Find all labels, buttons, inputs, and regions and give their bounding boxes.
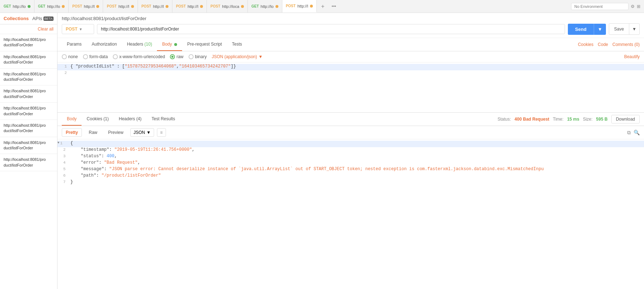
tab-get-3[interactable]: GET http://lo [248,0,282,13]
sidebar-tab-apis[interactable]: APIs [32,16,42,21]
tab-url: http://l [187,4,198,9]
list-item[interactable]: http://localhost:8081/product/listForOrd… [0,85,57,103]
size-label: Size: [583,117,593,122]
json-type-label: JSON (application/json) [212,54,257,59]
tab-post-4[interactable]: POST http://l [172,0,207,13]
list-item[interactable]: http://localhost:8081/product/listForOrd… [0,51,57,69]
tab-url: http://lo [47,4,60,9]
resp-line-num: 2 [57,147,70,154]
resp-tab-test-results[interactable]: Test Results [147,113,180,126]
tab-url: http://loca [222,4,239,9]
collapse-arrow-icon[interactable]: ▼ [57,141,59,145]
format-raw-button[interactable]: Raw [85,128,101,137]
tab-post-5[interactable]: POST http://loca [207,0,248,13]
code-line-1: 1 { "productIdList" : ["1578752279534640… [57,64,644,70]
copy-response-button[interactable]: ⧉ [627,130,631,136]
resp-line-num: 4 [57,160,70,167]
send-button-label: Send [568,24,594,35]
list-item[interactable]: http://localhost:8081/product/listForOrd… [0,103,57,120]
method-select[interactable]: POST ▼ [62,24,94,34]
tab-method: POST [72,4,82,8]
radio-raw[interactable]: raw [170,54,183,59]
send-button-arrow-icon[interactable]: ▼ [594,24,606,35]
new-tab-button[interactable]: + [317,3,329,10]
list-item[interactable]: http://localhost:8081/product/listForOrd… [0,34,57,51]
resp-line-6: 6 "path": "/product/listForOrder" [57,173,644,180]
list-item[interactable]: http://localhost:8081/product/listForOrd… [0,154,57,171]
resp-line-num: 7 [57,180,70,186]
tab-params[interactable]: Params [62,38,87,51]
tab-dot [131,5,134,8]
tab-method: GET [38,4,46,8]
tab-post-1[interactable]: POST http://l [69,0,103,13]
clear-all-button[interactable]: Clear all [38,27,54,32]
sidebar-tab-collections[interactable]: Collections [4,16,29,21]
sidebar-header: Collections APIs BETA [0,13,57,24]
radio-binary[interactable]: binary [189,54,207,59]
tab-dot [310,5,313,8]
response-type-select[interactable]: JSON ▼ [130,128,154,137]
cookies-badge: (1) [103,116,109,121]
body-active-dot [174,43,177,46]
more-tabs-button[interactable]: ••• [329,4,339,9]
tab-dot [275,5,278,8]
resp-line-num: 5 [57,167,70,173]
format-pretty-button[interactable]: Pretty [62,128,82,137]
resp-line-num: 6 [57,173,70,180]
resp-line-content: "status": 400, [70,154,644,160]
beautify-button[interactable]: Beautify [624,54,640,59]
tab-authorization[interactable]: Authorization [87,38,122,51]
resp-tab-cookies[interactable]: Cookies (1) [82,113,113,126]
search-response-button[interactable]: 🔍 [634,130,640,136]
tab-method: POST [286,4,296,8]
tab-tests[interactable]: Tests [227,38,247,51]
radio-form-data[interactable]: form-data [83,54,108,59]
time-label: Time: [553,117,564,122]
main-layout: Collections APIs BETA Clear all http://l… [0,13,644,289]
resp-headers-badge: (4) [136,116,142,121]
save-button-arrow-icon[interactable]: ▼ [629,24,639,34]
wrap-button[interactable]: ≡ [157,128,166,137]
send-button[interactable]: Send ▼ [568,24,606,35]
tab-get-2[interactable]: GET http://lo [34,0,69,13]
url-bar: POST ▼ Send ▼ Save ▼ [62,23,640,35]
env-input[interactable] [571,3,629,10]
response-meta: Status: 400 Bad Request Time: 15 ms Size… [497,115,640,123]
list-item[interactable]: http://localhost:8081/product/listForOrd… [0,120,57,137]
radio-none[interactable]: none [62,54,78,59]
code-action[interactable]: Code [598,42,608,47]
tab-post-active[interactable]: POST http://l [282,0,317,13]
request-code-editor[interactable]: 1 { "productIdList" : ["1578752279534640… [57,62,644,113]
tab-method: GET [251,4,259,8]
resp-line-num: ▼ 1 [57,141,70,147]
format-preview-button[interactable]: Preview [104,128,128,137]
env-settings-icon[interactable]: ⚙ [631,4,635,9]
resp-line-content: "path": "/product/listForOrder" [70,173,644,180]
resp-tab-headers[interactable]: Headers (4) [114,113,147,126]
status-value: 400 Bad Request [515,117,550,122]
tab-body[interactable]: Body [157,38,182,51]
tab-post-2[interactable]: POST http://l [103,0,138,13]
url-input[interactable] [97,24,565,34]
save-button[interactable]: Save ▼ [609,23,640,35]
radio-binary-label: binary [195,54,207,59]
tab-get-1[interactable]: GET http://lo [0,0,34,13]
radio-urlencoded[interactable]: x-www-form-urlencoded [113,54,165,59]
resp-tab-body[interactable]: Body [62,113,82,126]
response-section: Body Cookies (1) Headers (4) Test Result… [57,113,644,289]
time-value: 15 ms [567,117,579,122]
list-item[interactable]: http://localhost:8081/product/listForOrd… [0,69,57,86]
tab-prerequest[interactable]: Pre-request Script [182,38,227,51]
cookies-action[interactable]: Cookies [578,42,593,47]
size-value: 595 B [596,117,608,122]
env-expand-icon[interactable]: ⊞ [637,4,640,9]
list-item[interactable]: http://localhost:8081/product/listForOrd… [0,137,57,154]
tab-headers[interactable]: Headers (10) [122,38,157,51]
sidebar: Collections APIs BETA Clear all http://l… [0,13,57,289]
download-button[interactable]: Download [611,115,640,123]
json-type-arrow-icon: ▼ [259,54,263,59]
tab-post-3[interactable]: POST http://l [138,0,172,13]
headers-badge: (10) [144,42,152,47]
comments-action[interactable]: Comments (0) [612,42,640,47]
json-type-select[interactable]: JSON (application/json) ▼ [212,54,263,59]
